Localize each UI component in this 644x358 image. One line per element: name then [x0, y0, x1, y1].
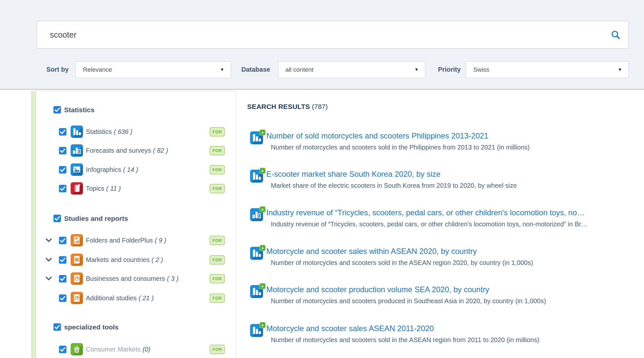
- search-input[interactable]: [50, 21, 607, 48]
- checkbox-studies-section[interactable]: [53, 215, 61, 222]
- checkbox-folders[interactable]: [59, 237, 66, 244]
- market-document-icon: [71, 254, 83, 266]
- filter-topbar: Sort by Relevance ▼ Database all content…: [0, 0, 644, 90]
- statistic-icon: +: [250, 170, 263, 183]
- for-badge[interactable]: FOR: [210, 146, 225, 155]
- add-to-favorites-icon[interactable]: +: [259, 168, 266, 174]
- chevron-down-icon[interactable]: [45, 238, 52, 243]
- chevron-down-icon[interactable]: [45, 257, 52, 262]
- for-badge[interactable]: FOR: [210, 293, 225, 303]
- filter-sidebar: Statistics Statistics( 636 ) FOR Forecas…: [31, 91, 236, 358]
- checkbox-topics[interactable]: [59, 185, 66, 192]
- filter-row-forecasts: Forecasts and surveys( 82 ) FOR: [31, 144, 236, 157]
- result-title-link[interactable]: Motorcycle and scooter production volume…: [266, 284, 644, 294]
- sort-by-label: Sort by: [46, 66, 69, 73]
- filter-label: Additional studies( 21 ): [86, 292, 154, 304]
- filter-row-businesses: Businesses and consumers( 3 ) FOR: [31, 272, 236, 285]
- section-studies: Studies and reports: [31, 214, 236, 223]
- result-title-link[interactable]: Motorcycle and scooter sales ASEAN 2011-…: [266, 323, 644, 333]
- result-item: + Motorcycle and scooter sales within AS…: [247, 246, 644, 280]
- search-icon[interactable]: [610, 30, 621, 41]
- for-badge[interactable]: FOR: [210, 236, 225, 245]
- result-title-link[interactable]: Motorcycle and scooter sales within ASEA…: [266, 246, 644, 256]
- result-item: + Number of sold motorcycles and scooter…: [247, 131, 644, 164]
- checkbox-markets[interactable]: [59, 256, 66, 264]
- statistic-icon: +: [250, 324, 263, 337]
- filter-row-statistics: Statistics( 636 ) FOR: [31, 125, 236, 138]
- pie-document-icon: [71, 292, 83, 304]
- filter-label: Statistics( 636 ): [86, 125, 132, 138]
- result-subtitle: Number of motorcycles and scooters produ…: [271, 297, 644, 305]
- database-dropdown[interactable]: all content ▼: [278, 61, 425, 78]
- filter-row-infographics: Infographics( 14 ) FOR: [31, 163, 236, 176]
- result-title-link[interactable]: Industry revenue of “Tricycles, scooters…: [266, 208, 644, 218]
- filter-label: Infographics( 14 ): [86, 163, 138, 176]
- priority-label: Priority: [438, 66, 461, 73]
- priority-dropdown[interactable]: Swiss ▼: [466, 61, 629, 78]
- section-label: Statistics: [64, 106, 94, 114]
- result-subtitle: Number of motorcycles and scooters sold …: [271, 336, 644, 344]
- filter-label: Forecasts and surveys( 82 ): [86, 144, 168, 157]
- filter-row-topics: Topics( 11 ) FOR: [31, 182, 236, 195]
- section-statistics: Statistics: [31, 106, 236, 114]
- section-specialized-tools: specialized tools: [31, 323, 236, 331]
- sort-by-value: Relevance: [83, 62, 112, 78]
- checkbox-statistics[interactable]: [59, 128, 66, 136]
- filter-label: Markets and countries( 2 ): [86, 253, 163, 266]
- for-badge[interactable]: FOR: [210, 345, 225, 354]
- result-subtitle: Number of motorcycles and scooters sold …: [271, 143, 644, 151]
- checkbox-businesses[interactable]: [59, 275, 66, 282]
- checkbox-forecasts[interactable]: [59, 147, 66, 154]
- section-label: Studies and reports: [64, 214, 128, 223]
- add-to-favorites-icon[interactable]: +: [259, 245, 266, 251]
- result-item: + E-scooter market share South Korea 202…: [247, 169, 644, 203]
- forecast-icon: +: [250, 208, 263, 221]
- filter-row-markets: Markets and countries( 2 ) FOR: [31, 253, 236, 266]
- result-title-link[interactable]: Number of sold motorcycles and scooters …: [266, 131, 644, 141]
- chevron-down-icon: ▼: [618, 62, 622, 78]
- checkbox-statistics-section[interactable]: [53, 106, 61, 113]
- statistic-icon: +: [250, 247, 263, 260]
- statistics-chart-icon: [71, 125, 83, 138]
- infographic-image-icon: [71, 163, 83, 176]
- database-value: all content: [285, 62, 314, 78]
- chevron-down-icon[interactable]: [45, 276, 52, 281]
- statistic-icon: +: [250, 285, 263, 298]
- checkbox-additional-studies[interactable]: [59, 294, 66, 302]
- filter-label: Consumer Markets(0): [86, 343, 150, 356]
- priority-value: Swiss: [473, 62, 489, 78]
- checkbox-infographics[interactable]: [59, 166, 66, 173]
- chevron-down-icon: ▼: [220, 62, 224, 78]
- statistic-icon: +: [250, 131, 263, 144]
- search-box: [37, 21, 629, 49]
- filter-row-additional-studies: Additional studies( 21 ) FOR: [31, 292, 236, 304]
- sort-by-dropdown[interactable]: Relevance ▼: [75, 61, 231, 78]
- report-document-icon: [71, 234, 83, 246]
- checkbox-specialized-section[interactable]: [53, 323, 61, 331]
- result-subtitle: Number of motorcycles and scooters sold …: [271, 258, 644, 267]
- filter-label: Businesses and consumers( 3 ): [86, 272, 178, 285]
- for-badge[interactable]: FOR: [210, 127, 225, 137]
- for-badge[interactable]: FOR: [210, 165, 225, 174]
- for-badge[interactable]: FOR: [210, 255, 225, 265]
- add-to-favorites-icon[interactable]: +: [259, 129, 266, 136]
- search-results: SEARCH RESULTS(787) + Number of sold mot…: [247, 103, 644, 358]
- section-label: specialized tools: [64, 323, 119, 331]
- add-to-favorites-icon[interactable]: +: [259, 283, 266, 289]
- results-header: SEARCH RESULTS(787): [247, 103, 644, 111]
- results-header-title: SEARCH RESULTS: [247, 103, 310, 110]
- filter-label: Folders and FolderPlus( 9 ): [86, 234, 166, 247]
- for-badge[interactable]: FOR: [210, 184, 225, 193]
- add-to-favorites-icon[interactable]: +: [259, 322, 266, 328]
- for-badge[interactable]: FOR: [210, 274, 225, 283]
- shopping-basket-icon: [71, 343, 83, 355]
- filter-row-folders: Folders and FolderPlus( 9 ) FOR: [31, 234, 236, 247]
- result-subtitle: Market share of the electric scooters in…: [271, 181, 644, 190]
- add-to-favorites-icon[interactable]: +: [259, 206, 266, 212]
- forecasts-chart-icon: [71, 144, 83, 157]
- result-title-link[interactable]: E-scooter market share South Korea 2020,…: [266, 169, 644, 179]
- chevron-down-icon: ▼: [414, 62, 419, 78]
- checkbox-consumer-markets[interactable]: [59, 346, 66, 353]
- database-label: Database: [241, 66, 270, 73]
- pie-document-icon: [71, 272, 83, 285]
